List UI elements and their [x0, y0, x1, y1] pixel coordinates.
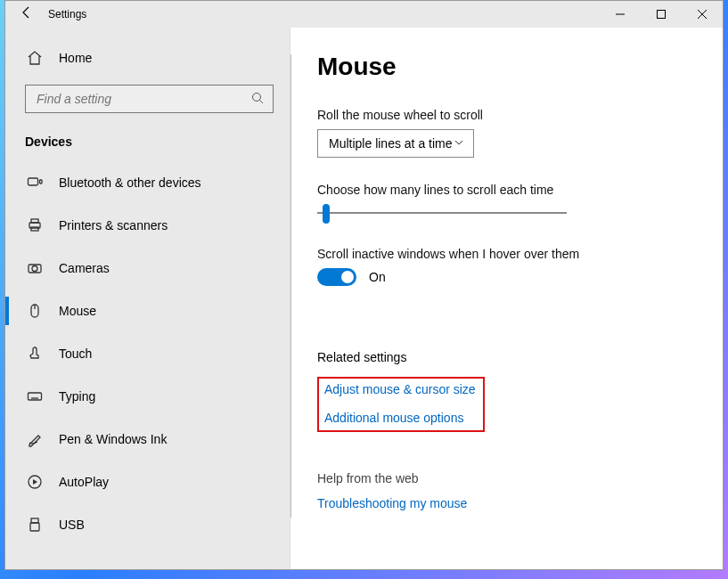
settings-window: Settings Home: [4, 0, 724, 570]
slider-track: [317, 212, 567, 214]
maximize-button[interactable]: [641, 1, 682, 28]
touch-icon: [27, 346, 43, 362]
related-settings-title: Related settings: [317, 350, 723, 364]
svg-rect-10: [31, 227, 38, 231]
svg-rect-1: [658, 11, 666, 19]
lines-scroll-slider[interactable]: [317, 204, 567, 222]
svg-rect-15: [29, 393, 42, 400]
link-adjust-cursor[interactable]: Adjust mouse & cursor size: [324, 382, 476, 396]
sidebar-home[interactable]: Home: [5, 37, 290, 79]
search-box[interactable]: [25, 85, 274, 113]
sidebar-item-autoplay[interactable]: AutoPlay: [5, 461, 290, 503]
lines-scroll-label: Choose how many lines to scroll each tim…: [317, 183, 723, 197]
sidebar-item-label: Typing: [59, 389, 95, 404]
sidebar-item-bluetooth[interactable]: Bluetooth & other devices: [5, 161, 290, 204]
svg-rect-7: [40, 180, 43, 183]
home-icon: [27, 50, 43, 66]
sidebar-home-label: Home: [59, 51, 92, 65]
usb-icon: [27, 517, 43, 533]
scroll-mode-value: Multiple lines at a time: [329, 136, 453, 151]
sidebar-item-label: USB: [59, 518, 85, 532]
close-button[interactable]: [682, 1, 723, 28]
content-area: Home Devices Bluetooth & other devices: [5, 28, 723, 569]
slider-thumb[interactable]: [323, 204, 330, 224]
chevron-down-icon: [454, 136, 464, 151]
toggle-state-label: On: [369, 270, 386, 284]
svg-point-4: [253, 93, 261, 101]
printer-icon: [27, 217, 43, 233]
svg-rect-9: [31, 219, 38, 223]
highlight-box: Adjust mouse & cursor size Additional mo…: [317, 377, 485, 432]
pen-icon: [27, 431, 43, 447]
sidebar-item-typing[interactable]: Typing: [5, 375, 290, 418]
sidebar-item-label: AutoPlay: [59, 475, 109, 489]
sidebar-item-label: Printers & scanners: [59, 218, 168, 232]
search-icon: [251, 92, 264, 107]
keyboard-icon: [27, 388, 43, 404]
svg-line-5: [260, 100, 264, 103]
inactive-scroll-label: Scroll inactive windows when I hover ove…: [317, 247, 723, 261]
sidebar-item-touch[interactable]: Touch: [5, 332, 290, 375]
svg-rect-6: [29, 178, 38, 185]
inactive-scroll-toggle[interactable]: [317, 268, 356, 286]
camera-icon: [27, 260, 43, 276]
svg-point-12: [32, 266, 37, 272]
back-button[interactable]: [5, 5, 48, 23]
main-panel: Mouse Roll the mouse wheel to scroll Mul…: [290, 28, 723, 569]
link-troubleshooting[interactable]: Troubleshooting my mouse: [317, 496, 467, 510]
sidebar-item-label: Mouse: [59, 304, 96, 318]
scroll-indicator[interactable]: [290, 54, 291, 518]
search-input[interactable]: [35, 91, 251, 107]
autoplay-icon: [27, 474, 43, 490]
titlebar: Settings: [5, 1, 723, 28]
help-title: Help from the web: [317, 471, 723, 485]
scroll-wheel-label: Roll the mouse wheel to scroll: [317, 108, 723, 122]
sidebar-item-printers[interactable]: Printers & scanners: [5, 204, 290, 247]
sidebar-item-usb[interactable]: USB: [5, 503, 290, 546]
sidebar-item-mouse[interactable]: Mouse: [5, 290, 290, 332]
sidebar-item-label: Pen & Windows Ink: [59, 432, 167, 446]
sidebar-item-cameras[interactable]: Cameras: [5, 247, 290, 290]
mouse-icon: [27, 303, 43, 319]
sidebar-item-label: Cameras: [59, 261, 110, 275]
svg-rect-23: [30, 523, 39, 531]
sidebar: Home Devices Bluetooth & other devices: [5, 28, 290, 569]
window-title: Settings: [48, 8, 86, 20]
link-additional-options[interactable]: Additional mouse options: [324, 411, 463, 425]
minimize-button[interactable]: [600, 1, 641, 28]
scroll-mode-dropdown[interactable]: Multiple lines at a time: [317, 129, 474, 158]
sidebar-item-label: Bluetooth & other devices: [59, 175, 201, 190]
page-title: Mouse: [317, 53, 723, 81]
sidebar-item-pen[interactable]: Pen & Windows Ink: [5, 418, 290, 461]
svg-rect-22: [31, 518, 38, 523]
sidebar-section-title: Devices: [5, 129, 290, 161]
bluetooth-icon: [27, 175, 43, 191]
sidebar-item-label: Touch: [59, 347, 92, 361]
